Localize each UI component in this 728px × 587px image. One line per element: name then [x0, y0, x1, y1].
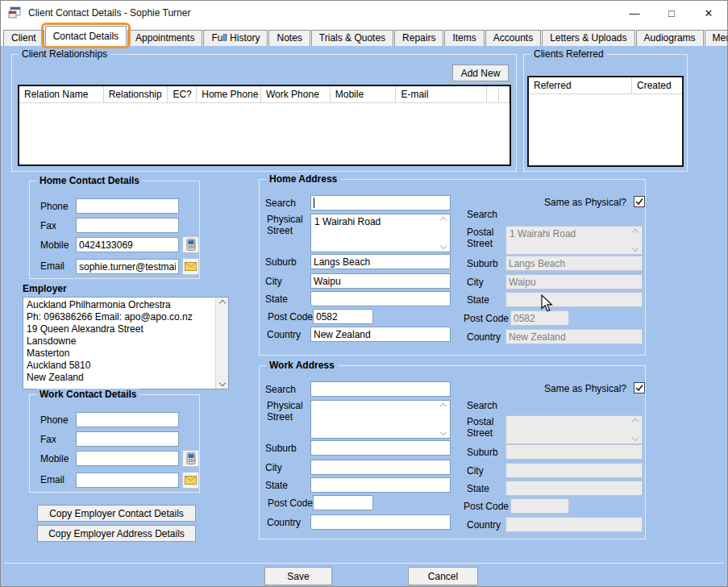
home-mobile-sms-button[interactable]: [182, 236, 199, 253]
col-email[interactable]: E-mail: [396, 86, 487, 102]
tab-letters-uploads[interactable]: Letters & Uploads: [542, 30, 634, 46]
home-post-code-input[interactable]: [313, 309, 373, 324]
work-postal-street-input: [505, 415, 643, 444]
work-postal-suburb-label: Suburb: [467, 447, 498, 458]
work-contact-details-title: Work Contact Details: [36, 389, 139, 400]
tab-items[interactable]: Items: [444, 30, 484, 46]
col-work-phone[interactable]: Work Phone: [261, 86, 331, 102]
col-relation-name[interactable]: Relation Name: [19, 86, 104, 102]
contact-details-page: Client Relationships Add New Relation Na…: [1, 46, 727, 586]
tab-full-history[interactable]: Full History: [203, 30, 268, 46]
home-same-as-physical-checkbox[interactable]: [634, 196, 645, 207]
home-mobile-label: Mobile: [40, 239, 69, 251]
home-country-input[interactable]: [310, 327, 451, 342]
home-address-title: Home Address: [266, 173, 340, 185]
relationships-table-header: Relation Name Relationship EC? Home Phon…: [19, 86, 510, 103]
col-mobile[interactable]: Mobile: [331, 86, 397, 102]
copy-employer-address-details-button[interactable]: Copy Employer Address Details: [37, 525, 196, 542]
work-same-as-physical-label: Same as Physical?: [544, 383, 626, 394]
work-country-label: Country: [267, 517, 301, 528]
work-address-title: Work Address: [266, 360, 338, 371]
tab-accounts[interactable]: Accounts: [485, 30, 541, 46]
home-country-label: Country: [267, 329, 301, 340]
home-suburb-label: Suburb: [265, 256, 297, 268]
work-search-input[interactable]: [310, 381, 451, 397]
work-postal-search-label: Search: [467, 400, 497, 411]
col-relationship[interactable]: Relationship: [104, 86, 168, 102]
work-physical-street-input[interactable]: [310, 400, 451, 439]
work-city-input[interactable]: [310, 460, 451, 475]
home-physical-street-input[interactable]: 1 Wairahi Road: [310, 214, 451, 252]
employer-scrollbar[interactable]: [215, 298, 228, 389]
home-fax-input[interactable]: [76, 218, 179, 233]
home-physical-street-scrollbar[interactable]: [437, 214, 450, 252]
work-phone-label: Phone: [40, 414, 69, 426]
tab-audiograms[interactable]: Audiograms: [636, 30, 704, 46]
home-postal-city-input: [505, 274, 643, 289]
save-button[interactable]: Save: [264, 567, 332, 585]
work-state-input[interactable]: [310, 477, 451, 493]
copy-employer-contact-details-button[interactable]: Copy Employer Contact Details: [37, 505, 196, 522]
home-postal-country-input: [505, 329, 643, 344]
add-new-button[interactable]: Add New: [452, 65, 509, 81]
col-created[interactable]: Created: [632, 77, 682, 94]
tab-contact-details[interactable]: Contact Details: [45, 26, 127, 46]
home-postal-suburb-label: Suburb: [467, 258, 498, 269]
scroll-up-icon[interactable]: [218, 300, 225, 306]
col-ec[interactable]: EC?: [168, 86, 197, 102]
home-search-input[interactable]: [310, 195, 451, 210]
envelope-icon: [185, 262, 197, 271]
clients-referred-table[interactable]: Referred Created: [527, 76, 684, 167]
work-postal-city-input: [505, 463, 643, 478]
work-postal-post-code-label: Post Code: [464, 501, 509, 512]
home-postal-state-label: State: [467, 294, 489, 306]
home-mobile-input[interactable]: [76, 237, 179, 252]
work-postal-state-input: [505, 481, 643, 496]
work-email-send-button[interactable]: [182, 472, 199, 489]
work-email-input[interactable]: [76, 473, 179, 488]
home-postal-search-label: Search: [467, 209, 497, 220]
cellphone-icon: [186, 239, 196, 251]
home-city-input[interactable]: [310, 273, 451, 289]
relationships-table[interactable]: Relation Name Relationship EC? Home Phon…: [18, 85, 511, 166]
work-mobile-sms-button[interactable]: [182, 450, 199, 467]
work-postal-suburb-input: [505, 444, 643, 460]
work-mobile-input[interactable]: [76, 451, 179, 466]
tab-client[interactable]: Client: [3, 30, 44, 46]
work-fax-input[interactable]: [76, 431, 179, 447]
home-city-label: City: [265, 276, 282, 287]
home-email-send-button[interactable]: [182, 258, 199, 275]
col-home-phone[interactable]: Home Phone: [197, 86, 261, 102]
work-country-input[interactable]: [310, 514, 451, 530]
tab-trials-quotes[interactable]: Trials & Quotes: [311, 30, 393, 46]
footer-divider: [4, 563, 724, 564]
work-phone-input[interactable]: [76, 412, 179, 427]
tab-notes[interactable]: Notes: [268, 30, 310, 46]
employer-textbox[interactable]: Auckland Philharmonia Orchestra Ph: 0963…: [23, 297, 229, 389]
cancel-button[interactable]: Cancel: [408, 567, 478, 585]
cellphone-icon: [186, 452, 196, 464]
work-suburb-input[interactable]: [310, 440, 451, 456]
maximize-icon[interactable]: □: [653, 1, 690, 25]
col-referred[interactable]: Referred: [529, 77, 632, 94]
work-same-as-physical-checkbox[interactable]: [634, 382, 645, 393]
work-physical-street-scrollbar[interactable]: [437, 401, 450, 438]
tab-repairs[interactable]: Repairs: [394, 30, 443, 46]
tab-memberships[interactable]: Memberships: [705, 30, 728, 46]
home-email-input[interactable]: [76, 259, 179, 274]
checkmark-icon: [634, 383, 644, 393]
close-icon[interactable]: ✕: [690, 1, 727, 25]
work-mobile-label: Mobile: [40, 453, 69, 464]
envelope-icon: [185, 476, 197, 485]
home-state-input[interactable]: [310, 291, 451, 306]
work-post-code-input[interactable]: [313, 495, 373, 510]
scroll-down-icon[interactable]: [218, 380, 225, 386]
clients-referred-title: Clients Referred: [530, 48, 607, 60]
tab-appointments[interactable]: Appointments: [127, 30, 202, 46]
home-phone-input[interactable]: [76, 198, 179, 214]
scroll-up-icon: [440, 403, 447, 410]
work-city-label: City: [265, 462, 282, 473]
home-suburb-input[interactable]: [310, 254, 451, 269]
minimize-icon[interactable]: —: [616, 1, 653, 25]
tab-strip: Client Contact Details Appointments Full…: [1, 25, 727, 46]
